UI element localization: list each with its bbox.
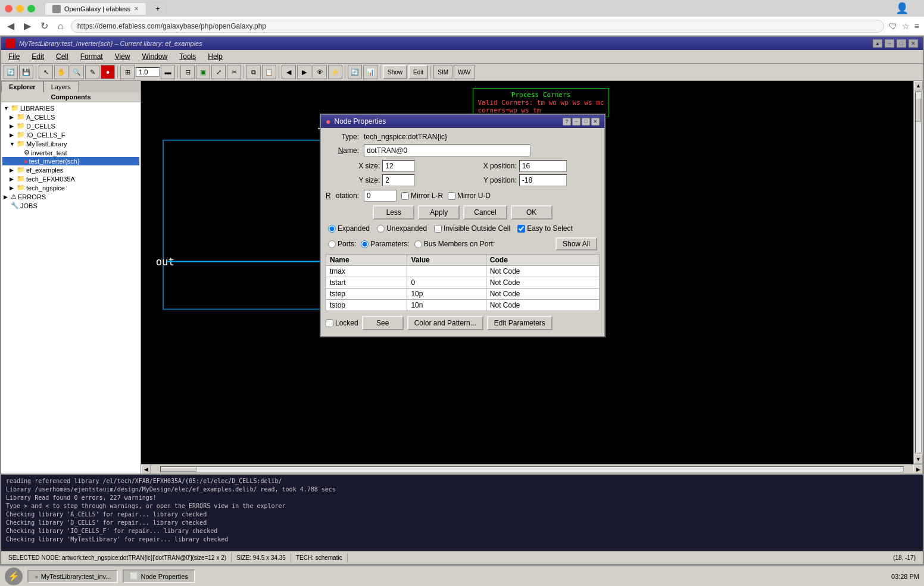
mirror-ud-checkbox[interactable]: Mirror U-D (448, 192, 491, 200)
edit-btn[interactable]: ✎ (85, 65, 99, 79)
locked-input[interactable] (326, 319, 333, 327)
tree-a-cells[interactable]: ▶ 📁 A_CELLS (2, 112, 139, 121)
star-icon[interactable]: ☆ (902, 21, 910, 31)
name-input[interactable] (364, 145, 530, 156)
tree-libraries[interactable]: ▼ 📁 LIBRARIES (2, 104, 139, 112)
maximize-button[interactable] (27, 5, 35, 12)
unexpanded-radio[interactable]: Unexpanded (377, 224, 427, 233)
h-scroll-thumb[interactable] (161, 467, 196, 472)
back-button[interactable]: ◀ (5, 19, 17, 33)
menu-view[interactable]: View (110, 51, 135, 62)
horizontal-scrollbar[interactable]: ◀ ▶ (141, 464, 923, 474)
menu-file[interactable]: File (4, 51, 24, 62)
tree-test-inverter[interactable]: ● test_inverter{sch} (2, 157, 139, 165)
sim-text-btn[interactable]: SIM (433, 65, 452, 79)
mirror-ud-input[interactable] (448, 192, 455, 200)
arrow-btn[interactable]: ⤢ (211, 65, 226, 79)
copy-btn[interactable]: ⧉ (246, 65, 261, 79)
url-input[interactable] (71, 20, 884, 33)
select-btn[interactable]: ↖ (39, 65, 53, 79)
tree-errors[interactable]: ▶ ⚠ ERRORS (2, 192, 139, 201)
tree-tech-ngspice[interactable]: ▶ 📁 tech_ngspice (2, 183, 139, 192)
menu-help[interactable]: Help (203, 51, 227, 62)
tree-tech-efxh035a[interactable]: ▶ 📁 tech_EFXH035A (2, 174, 139, 183)
expanded-radio[interactable]: Expanded (328, 224, 370, 233)
tree-io-cells-f[interactable]: ▶ 📁 IO_CELLS_F (2, 130, 139, 139)
home-button[interactable]: ⌂ (55, 20, 66, 33)
tree-jobs[interactable]: 🔧 JOBS (2, 201, 139, 210)
y-size-input[interactable] (382, 174, 415, 186)
tree-inverter-test[interactable]: ⚙ inverter_test (2, 148, 139, 157)
forward-button[interactable]: ▶ (21, 19, 33, 33)
scroll-thumb[interactable] (916, 98, 921, 122)
tab-layers[interactable]: Layers (43, 81, 79, 92)
layout-btn[interactable]: ⊟ (180, 65, 195, 79)
edit-cell-btn[interactable]: Edit (408, 65, 428, 79)
mirror-lr-input[interactable] (401, 192, 409, 200)
dialog-help-btn[interactable]: ? (563, 118, 571, 126)
easy-select-checkbox[interactable]: Easy to Select (517, 224, 573, 233)
new-tab-button[interactable]: + (149, 2, 167, 15)
x-size-input[interactable] (382, 160, 415, 172)
h-scroll-track[interactable] (160, 466, 904, 472)
bar-btn[interactable]: ▬ (161, 65, 175, 79)
zoom-input[interactable] (136, 67, 160, 77)
color-pattern-button[interactable]: Color and Pattern... (407, 316, 483, 330)
vertical-scrollbar[interactable]: ▲ ▼ (913, 81, 923, 464)
scroll-right-btn[interactable]: ▶ (913, 465, 923, 474)
bus-radio[interactable]: Bus Members on Port: (414, 240, 495, 248)
fill-btn[interactable]: ● (101, 65, 115, 79)
easy-select-input[interactable] (517, 225, 525, 233)
wave-btn[interactable]: 📊 (363, 65, 377, 79)
minimize-button[interactable] (16, 5, 24, 12)
parameters-radio-input[interactable] (361, 240, 369, 248)
wav-text-btn[interactable]: WAV (454, 65, 475, 79)
dialog-maximize-btn[interactable]: □ (582, 118, 590, 126)
less-button[interactable]: Less (373, 205, 414, 220)
pan-btn[interactable]: ✋ (54, 65, 68, 79)
locked-checkbox[interactable]: Locked (326, 319, 358, 327)
tab-explorer[interactable]: Explorer (1, 81, 43, 92)
scroll-up-btn[interactable]: ▲ (914, 81, 923, 90)
ports-radio-input[interactable] (328, 240, 336, 248)
dialog-minimize-btn[interactable]: – (572, 118, 580, 126)
show-all-button[interactable]: Show All (555, 237, 597, 250)
tree-mytestlibrary[interactable]: ▼ 📁 MyTestLibrary (2, 139, 139, 148)
ok-button[interactable]: OK (511, 205, 552, 220)
menu-icon[interactable]: ≡ (914, 21, 919, 31)
expanded-radio-input[interactable] (328, 225, 336, 233)
taskbar-tab-1[interactable]: ● MyTestLibrary:test_inv... (27, 570, 118, 583)
invisible-checkbox[interactable]: Invisible Outside Cell (434, 224, 510, 233)
close-btn[interactable]: ✕ (909, 39, 918, 48)
menu-format[interactable]: Format (76, 51, 108, 62)
scroll-down-btn[interactable]: ▼ (914, 455, 923, 464)
tree-ef-examples[interactable]: ▶ 📁 ef_examples (2, 165, 139, 174)
menu-tools[interactable]: Tools (174, 51, 201, 62)
right-btn[interactable]: ▶ (297, 65, 311, 79)
sim-btn[interactable]: ⚡ (328, 65, 342, 79)
scroll-track[interactable] (915, 92, 922, 453)
parameters-radio[interactable]: Parameters: (361, 240, 409, 248)
eye-btn[interactable]: 👁 (313, 65, 327, 79)
save-btn[interactable]: 💾 (19, 65, 33, 79)
mirror-lr-checkbox[interactable]: Mirror L-R (401, 192, 443, 200)
unexpanded-radio-input[interactable] (377, 225, 385, 233)
edit-params-button[interactable]: Edit Parameters (487, 316, 552, 330)
schematic-canvas[interactable]: out (141, 81, 913, 464)
grid-btn[interactable]: ⊞ (120, 65, 135, 79)
scissors-btn[interactable]: ✂ (227, 65, 241, 79)
cancel-button[interactable]: Cancel (463, 205, 507, 220)
browser-tab[interactable]: OpenGalaxy | efabless ✕ (45, 2, 146, 15)
scroll-up-btn[interactable]: ▲ (873, 39, 882, 48)
close-button[interactable] (5, 5, 13, 12)
invisible-input[interactable] (434, 225, 442, 233)
show-btn[interactable]: Show (383, 65, 407, 79)
y-pos-input[interactable] (519, 174, 567, 186)
maximize-btn[interactable]: □ (897, 39, 906, 48)
left-btn[interactable]: ◀ (282, 65, 296, 79)
taskbar-tab-2[interactable]: ⬜ Node Properties (123, 569, 195, 583)
menu-edit[interactable]: Edit (27, 51, 49, 62)
zoom-btn[interactable]: 🔍 (70, 65, 84, 79)
ports-radio[interactable]: Ports: (328, 240, 356, 248)
menu-cell[interactable]: Cell (51, 51, 73, 62)
